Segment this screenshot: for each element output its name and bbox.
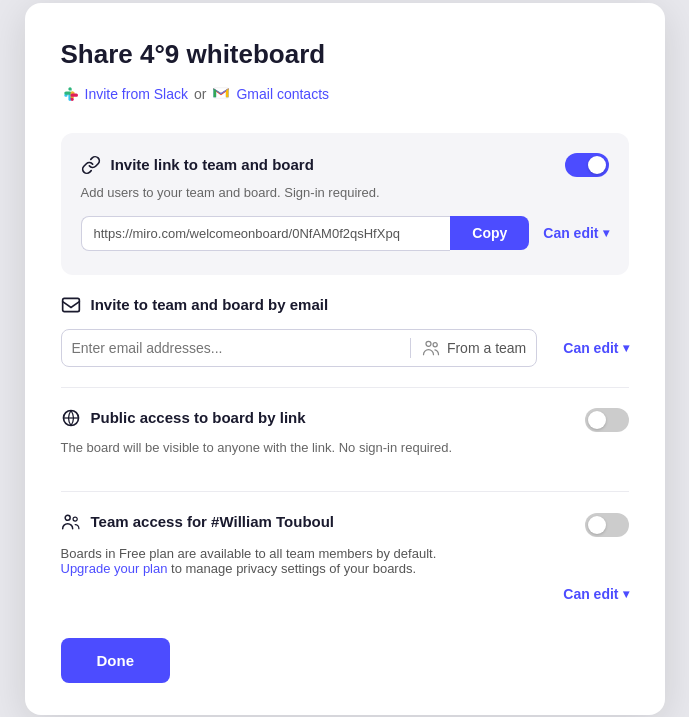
invite-link-section: Invite link to team and board Add users …: [61, 133, 629, 275]
team-access-icon: [61, 512, 81, 532]
email-section: Invite to team and board by email From a…: [61, 295, 629, 387]
invite-options-row: Invite from Slack or Gmail contacts: [61, 84, 629, 105]
team-access-title-row: Team access for #William Touboul: [61, 512, 335, 532]
invite-link-toggle[interactable]: [565, 153, 609, 177]
from-team-label: From a team: [447, 340, 526, 356]
public-access-desc: The board will be visible to anyone with…: [61, 440, 629, 455]
public-access-section: Public access to board by link The board…: [61, 387, 629, 491]
team-access-toggle[interactable]: [585, 513, 629, 537]
from-team-button[interactable]: From a team: [410, 338, 526, 358]
done-button[interactable]: Done: [61, 638, 171, 683]
invite-slack-label[interactable]: Invite from Slack: [85, 86, 188, 102]
chevron-down-icon-2: ▾: [623, 341, 629, 355]
email-input-row: From a team Can edit ▾: [61, 329, 629, 367]
invite-link-title-row: Invite link to team and board: [81, 155, 314, 175]
invite-link-header: Invite link to team and board: [81, 153, 609, 177]
copy-button[interactable]: Copy: [450, 216, 529, 250]
link-icon: [81, 155, 101, 175]
upgrade-plan-link[interactable]: Upgrade your plan: [61, 561, 168, 576]
email-section-title: Invite to team and board by email: [91, 296, 329, 313]
svg-point-3: [433, 342, 437, 346]
public-access-header: Public access to board by link: [61, 408, 629, 432]
team-access-section: Team access for #William Touboul Boards …: [61, 491, 629, 630]
invite-link-can-edit-label: Can edit: [543, 225, 598, 241]
share-modal: Share 4°9 whiteboard Invite from Slack o…: [25, 3, 665, 715]
invite-url-input[interactable]: [81, 216, 451, 251]
public-access-toggle[interactable]: [585, 408, 629, 432]
globe-icon: [61, 408, 81, 428]
svg-point-6: [73, 517, 77, 521]
email-input-wrap: From a team: [61, 329, 538, 367]
public-access-title: Public access to board by link: [91, 409, 306, 426]
team-can-edit-label: Can edit: [563, 586, 618, 602]
chevron-down-icon: ▾: [603, 226, 609, 240]
team-access-title: Team access for #William Touboul: [91, 513, 335, 530]
url-copy-row: Copy Can edit ▾: [81, 216, 609, 251]
chevron-down-icon-3: ▾: [623, 587, 629, 601]
or-text: or: [194, 86, 206, 102]
invite-link-desc: Add users to your team and board. Sign-i…: [81, 185, 609, 200]
invite-gmail-label[interactable]: Gmail contacts: [236, 86, 329, 102]
team-can-edit-dropdown[interactable]: Can edit ▾: [563, 586, 628, 602]
envelope-icon: [61, 295, 81, 315]
svg-point-2: [426, 341, 431, 346]
team-access-desc: Boards in Free plan are available to all…: [61, 546, 629, 576]
email-can-edit-label: Can edit: [563, 340, 618, 356]
invite-link-can-edit-dropdown[interactable]: Can edit ▾: [543, 225, 608, 241]
modal-title: Share 4°9 whiteboard: [61, 39, 629, 70]
svg-point-5: [65, 515, 70, 520]
email-input[interactable]: [72, 330, 410, 366]
email-section-title-row: Invite to team and board by email: [61, 295, 629, 315]
invite-link-title: Invite link to team and board: [111, 156, 314, 173]
public-access-title-row: Public access to board by link: [61, 408, 306, 428]
svg-rect-1: [62, 298, 79, 311]
gmail-icon[interactable]: [212, 84, 230, 105]
team-icon: [421, 338, 441, 358]
modal-footer: Done: [61, 630, 629, 683]
team-access-header: Team access for #William Touboul: [61, 512, 629, 538]
email-can-edit-dropdown[interactable]: Can edit ▾: [563, 340, 628, 356]
slack-icon[interactable]: [61, 84, 79, 105]
